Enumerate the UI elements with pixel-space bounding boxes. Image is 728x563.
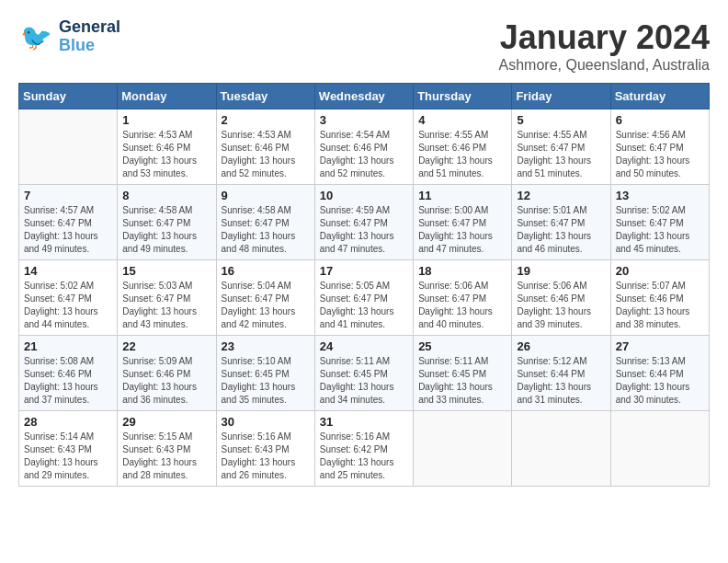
day-cell: 9Sunrise: 4:58 AM Sunset: 6:47 PM Daylig… — [216, 185, 314, 260]
day-number: 9 — [222, 189, 310, 202]
day-info: Sunrise: 5:06 AM Sunset: 6:47 PM Dayligh… — [418, 280, 506, 331]
day-info: Sunrise: 4:57 AM Sunset: 6:47 PM Dayligh… — [24, 204, 112, 256]
day-number: 10 — [320, 189, 408, 202]
day-info: Sunrise: 5:00 AM Sunset: 6:47 PM Dayligh… — [418, 204, 506, 256]
svg-text:🐦: 🐦 — [20, 22, 52, 52]
day-cell: 1Sunrise: 4:53 AM Sunset: 6:46 PM Daylig… — [118, 109, 216, 185]
day-cell: 29Sunrise: 5:15 AM Sunset: 6:43 PM Dayli… — [118, 411, 216, 487]
logo-text: General Blue — [59, 18, 120, 55]
day-info: Sunrise: 4:54 AM Sunset: 6:46 PM Dayligh… — [320, 129, 408, 180]
day-cell: 5Sunrise: 4:55 AM Sunset: 6:47 PM Daylig… — [512, 109, 610, 185]
col-sunday: Sunday — [19, 84, 118, 109]
day-cell: 20Sunrise: 5:07 AM Sunset: 6:46 PM Dayli… — [610, 260, 709, 336]
day-cell: 21Sunrise: 5:08 AM Sunset: 6:46 PM Dayli… — [19, 336, 118, 411]
calendar-table: Sunday Monday Tuesday Wednesday Thursday… — [18, 83, 710, 487]
day-cell: 14Sunrise: 5:02 AM Sunset: 6:47 PM Dayli… — [19, 260, 118, 336]
day-number: 15 — [122, 264, 210, 278]
col-thursday: Thursday — [414, 84, 512, 109]
week-row-4: 21Sunrise: 5:08 AM Sunset: 6:46 PM Dayli… — [19, 336, 710, 411]
day-cell: 11Sunrise: 5:00 AM Sunset: 6:47 PM Dayli… — [414, 185, 512, 260]
day-info: Sunrise: 5:07 AM Sunset: 6:46 PM Dayligh… — [616, 280, 704, 331]
day-number: 13 — [616, 189, 704, 202]
day-cell: 10Sunrise: 4:59 AM Sunset: 6:47 PM Dayli… — [314, 185, 413, 260]
day-number: 1 — [122, 113, 210, 127]
day-info: Sunrise: 5:05 AM Sunset: 6:47 PM Dayligh… — [320, 280, 408, 331]
day-number: 22 — [122, 339, 210, 353]
logo-icon: 🐦 — [18, 18, 55, 55]
day-cell: 22Sunrise: 5:09 AM Sunset: 6:46 PM Dayli… — [118, 336, 216, 411]
day-info: Sunrise: 5:01 AM Sunset: 6:47 PM Dayligh… — [517, 204, 605, 256]
day-number: 24 — [320, 339, 408, 353]
day-number: 4 — [418, 113, 506, 127]
day-cell: 8Sunrise: 4:58 AM Sunset: 6:47 PM Daylig… — [118, 185, 216, 260]
page-header: 🐦 General Blue January 2024 Ashmore, Que… — [18, 18, 710, 74]
week-row-5: 28Sunrise: 5:14 AM Sunset: 6:43 PM Dayli… — [19, 411, 710, 487]
day-number: 28 — [24, 415, 112, 429]
day-number: 6 — [616, 113, 704, 127]
day-cell: 30Sunrise: 5:16 AM Sunset: 6:43 PM Dayli… — [216, 411, 314, 487]
day-number: 7 — [24, 189, 112, 202]
month-title: January 2024 — [499, 18, 710, 57]
day-info: Sunrise: 4:58 AM Sunset: 6:47 PM Dayligh… — [222, 204, 310, 256]
day-number: 12 — [517, 189, 605, 202]
day-cell: 2Sunrise: 4:53 AM Sunset: 6:46 PM Daylig… — [216, 109, 314, 185]
day-number: 20 — [616, 264, 704, 278]
day-info: Sunrise: 5:11 AM Sunset: 6:45 PM Dayligh… — [320, 355, 408, 407]
day-cell — [19, 109, 118, 185]
day-number: 31 — [320, 415, 408, 429]
day-number: 11 — [418, 189, 506, 202]
day-info: Sunrise: 4:56 AM Sunset: 6:47 PM Dayligh… — [616, 129, 704, 180]
week-row-1: 1Sunrise: 4:53 AM Sunset: 6:46 PM Daylig… — [19, 109, 710, 185]
day-cell: 3Sunrise: 4:54 AM Sunset: 6:46 PM Daylig… — [314, 109, 413, 185]
day-info: Sunrise: 5:10 AM Sunset: 6:45 PM Dayligh… — [222, 355, 310, 407]
day-cell: 26Sunrise: 5:12 AM Sunset: 6:44 PM Dayli… — [512, 336, 610, 411]
location: Ashmore, Queensland, Australia — [499, 57, 710, 74]
day-cell — [414, 411, 512, 487]
day-info: Sunrise: 5:02 AM Sunset: 6:47 PM Dayligh… — [24, 280, 112, 331]
day-number: 8 — [122, 189, 210, 202]
day-info: Sunrise: 5:04 AM Sunset: 6:47 PM Dayligh… — [222, 280, 310, 331]
title-section: January 2024 Ashmore, Queensland, Austra… — [499, 18, 710, 74]
day-info: Sunrise: 5:14 AM Sunset: 6:43 PM Dayligh… — [24, 431, 112, 482]
day-info: Sunrise: 5:09 AM Sunset: 6:46 PM Dayligh… — [122, 355, 210, 407]
day-info: Sunrise: 5:13 AM Sunset: 6:44 PM Dayligh… — [616, 355, 704, 407]
day-info: Sunrise: 5:06 AM Sunset: 6:46 PM Dayligh… — [517, 280, 605, 331]
day-info: Sunrise: 5:11 AM Sunset: 6:45 PM Dayligh… — [418, 355, 506, 407]
logo: 🐦 General Blue — [18, 18, 120, 55]
day-cell: 15Sunrise: 5:03 AM Sunset: 6:47 PM Dayli… — [118, 260, 216, 336]
day-number: 19 — [517, 264, 605, 278]
day-cell: 13Sunrise: 5:02 AM Sunset: 6:47 PM Dayli… — [610, 185, 709, 260]
day-info: Sunrise: 4:55 AM Sunset: 6:47 PM Dayligh… — [517, 129, 605, 180]
day-cell: 25Sunrise: 5:11 AM Sunset: 6:45 PM Dayli… — [414, 336, 512, 411]
col-wednesday: Wednesday — [314, 84, 413, 109]
week-row-3: 14Sunrise: 5:02 AM Sunset: 6:47 PM Dayli… — [19, 260, 710, 336]
header-row: Sunday Monday Tuesday Wednesday Thursday… — [19, 84, 710, 109]
day-number: 30 — [222, 415, 310, 429]
day-number: 16 — [222, 264, 310, 278]
col-monday: Monday — [118, 84, 216, 109]
day-number: 29 — [122, 415, 210, 429]
day-info: Sunrise: 5:16 AM Sunset: 6:42 PM Dayligh… — [320, 431, 408, 482]
col-tuesday: Tuesday — [216, 84, 314, 109]
week-row-2: 7Sunrise: 4:57 AM Sunset: 6:47 PM Daylig… — [19, 185, 710, 260]
day-cell — [512, 411, 610, 487]
day-number: 21 — [24, 339, 112, 353]
day-number: 5 — [517, 113, 605, 127]
day-info: Sunrise: 5:12 AM Sunset: 6:44 PM Dayligh… — [517, 355, 605, 407]
day-cell: 7Sunrise: 4:57 AM Sunset: 6:47 PM Daylig… — [19, 185, 118, 260]
day-cell — [610, 411, 709, 487]
day-cell: 24Sunrise: 5:11 AM Sunset: 6:45 PM Dayli… — [314, 336, 413, 411]
day-number: 3 — [320, 113, 408, 127]
day-info: Sunrise: 4:53 AM Sunset: 6:46 PM Dayligh… — [122, 129, 210, 180]
day-info: Sunrise: 4:55 AM Sunset: 6:46 PM Dayligh… — [418, 129, 506, 180]
day-number: 17 — [320, 264, 408, 278]
day-number: 14 — [24, 264, 112, 278]
day-info: Sunrise: 5:08 AM Sunset: 6:46 PM Dayligh… — [24, 355, 112, 407]
day-info: Sunrise: 5:02 AM Sunset: 6:47 PM Dayligh… — [616, 204, 704, 256]
day-cell: 31Sunrise: 5:16 AM Sunset: 6:42 PM Dayli… — [314, 411, 413, 487]
day-cell: 19Sunrise: 5:06 AM Sunset: 6:46 PM Dayli… — [512, 260, 610, 336]
day-info: Sunrise: 4:53 AM Sunset: 6:46 PM Dayligh… — [222, 129, 310, 180]
day-cell: 4Sunrise: 4:55 AM Sunset: 6:46 PM Daylig… — [414, 109, 512, 185]
day-info: Sunrise: 5:15 AM Sunset: 6:43 PM Dayligh… — [122, 431, 210, 482]
day-info: Sunrise: 5:16 AM Sunset: 6:43 PM Dayligh… — [222, 431, 310, 482]
